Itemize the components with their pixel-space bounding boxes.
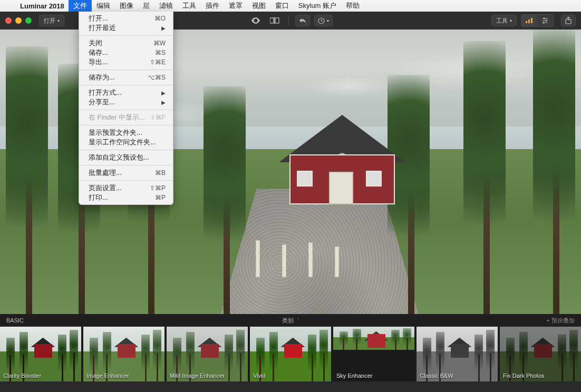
chevron-down-icon: ▾ <box>327 18 329 23</box>
file-menu-item[interactable]: 打印...⌘P <box>79 193 173 202</box>
preset-category-label: 类别 <box>282 317 294 325</box>
open-button[interactable]: 打开 ▾ <box>39 15 64 26</box>
close-window-button[interactable] <box>5 17 12 24</box>
preset-sky-enhancer[interactable]: Sky Enhancer <box>333 327 414 381</box>
preset-label: Clarity Booster <box>3 373 41 379</box>
minimize-window-button[interactable] <box>15 17 22 24</box>
menu-插件[interactable]: 插件 <box>201 0 224 12</box>
menu-遮罩[interactable]: 遮罩 <box>224 0 247 12</box>
menu-item-label: 打开... <box>89 14 154 23</box>
chevron-down-icon: ▾ <box>510 18 512 23</box>
file-menu-item[interactable]: 显示预置文件夹... <box>79 128 173 138</box>
preset-category-selector[interactable]: 类别 ˄ <box>282 317 299 325</box>
svg-point-12 <box>543 22 545 24</box>
preview-eye-button[interactable] <box>248 15 263 26</box>
app-name[interactable]: Luminar 2018 <box>16 2 69 10</box>
menu-item-label: 打印... <box>89 193 155 202</box>
preset-overlay-button[interactable]: + 预设叠加 <box>547 317 575 325</box>
svg-rect-1 <box>275 18 279 23</box>
menu-帮助[interactable]: 帮助 <box>341 0 364 12</box>
svg-rect-0 <box>270 18 274 23</box>
preset-clarity-booster[interactable]: Clarity Booster <box>0 327 81 381</box>
menu-item-shortcut: ⇧⌘E <box>150 58 166 66</box>
svg-point-8 <box>543 17 545 19</box>
menu-item-shortcut: ⇧⌘P <box>150 184 166 192</box>
file-menu-item[interactable]: 储存...⌘S <box>79 48 173 57</box>
menu-item-label: 储存... <box>89 48 155 57</box>
menu-item-label: 页面设置... <box>89 183 150 193</box>
preset-vivid[interactable]: Vivid <box>250 327 331 381</box>
preset-label: Image Enhancer <box>86 373 129 379</box>
history-button[interactable]: ▾ <box>314 15 333 26</box>
menu-编辑[interactable]: 编辑 <box>92 0 115 12</box>
svg-rect-6 <box>531 18 532 23</box>
file-menu-dropdown: 打开...⌘O打开最近▶关闭⌘W储存...⌘S导出...⇧⌘E储存为...⌥⌘S… <box>79 12 173 205</box>
preset-classic-b-w[interactable]: Classic B&W <box>417 327 498 381</box>
file-menu-item[interactable]: 打开...⌘O <box>79 14 173 23</box>
preset-mild-image-enhancer[interactable]: Mild Image Enhancer <box>167 327 248 381</box>
file-menu-item[interactable]: 批量處理...⌘B <box>79 168 173 178</box>
preset-fix-dark-photos[interactable]: Fix Dark Photos <box>500 327 581 381</box>
preset-label: Classic B&W <box>420 373 453 379</box>
preset-label: Vivid <box>253 373 266 379</box>
submenu-arrow-icon: ▶ <box>161 90 166 96</box>
menu-item-label: 导出... <box>89 57 150 67</box>
center-toolbar: ▾ <box>248 15 333 26</box>
file-menu-item[interactable]: 打开方式...▶ <box>79 88 173 97</box>
maximize-window-button[interactable] <box>25 17 32 24</box>
window-controls <box>5 17 32 24</box>
tools-dropdown[interactable]: 工具 ▾ <box>491 15 517 26</box>
file-menu-item[interactable]: 显示工作空间文件夹... <box>79 138 173 147</box>
file-menu-item: 在 Finder 中显示...⇧⌘F <box>79 113 173 122</box>
menu-item-shortcut: ⇧⌘F <box>150 114 166 121</box>
file-menu-item[interactable]: 页面设置...⇧⌘P <box>79 183 173 193</box>
share-button[interactable] <box>561 15 576 26</box>
menu-工具[interactable]: 工具 <box>178 0 201 12</box>
menu-item-label: 显示工作空间文件夹... <box>89 138 166 147</box>
menu-item-label: 储存为... <box>89 73 148 82</box>
menu-item-label: 添加自定义预设包... <box>89 153 166 162</box>
file-menu-item[interactable]: 关闭⌘W <box>79 38 173 48</box>
chevron-down-icon: ▾ <box>57 18 60 23</box>
file-menu-item[interactable]: 分享至...▶ <box>79 97 173 107</box>
menu-窗口[interactable]: 窗口 <box>270 0 294 12</box>
menu-图像[interactable]: 图像 <box>115 0 138 12</box>
menu-视图[interactable]: 视图 <box>247 0 270 12</box>
menu-item-label: 打开方式... <box>89 88 161 97</box>
submenu-arrow-icon: ▶ <box>161 25 166 31</box>
presets-mode-button[interactable] <box>521 15 537 26</box>
panel-mode-segment <box>521 14 554 27</box>
file-menu-item[interactable]: 导出...⇧⌘E <box>79 57 173 67</box>
undo-button[interactable] <box>295 15 310 26</box>
preset-group-label: BASIC <box>6 317 24 324</box>
compare-button[interactable] <box>267 15 282 26</box>
presets-strip: Clarity BoosterImage EnhancerMild Image … <box>0 327 581 381</box>
menu-滤镜[interactable]: 滤镜 <box>154 0 178 12</box>
menu-item-shortcut: ⌘B <box>155 169 166 177</box>
adjust-mode-button[interactable] <box>537 15 553 26</box>
file-menu-item[interactable]: 储存为...⌥⌘S <box>79 73 173 82</box>
menu-item-shortcut: ⌘W <box>153 40 166 47</box>
menu-item-label: 显示预置文件夹... <box>89 128 166 138</box>
preset-label: Mild Image Enhancer <box>170 373 225 379</box>
presets-header: BASIC 类别 ˄ + 预设叠加 <box>0 314 581 327</box>
menu-item-label: 在 Finder 中显示... <box>89 113 150 122</box>
svg-rect-5 <box>528 19 530 23</box>
menu-item-label: 打开最近 <box>89 23 161 33</box>
menu-item-shortcut: ⌘O <box>154 15 166 22</box>
submenu-arrow-icon: ▶ <box>161 100 166 105</box>
svg-point-10 <box>545 19 547 22</box>
preset-image-enhancer[interactable]: Image Enhancer <box>83 327 164 381</box>
file-menu-item[interactable]: 添加自定义预设包... <box>79 153 173 162</box>
menu-item-label: 批量處理... <box>89 168 155 178</box>
tools-label: 工具 <box>496 17 508 25</box>
menu-层[interactable]: 层 <box>138 0 154 12</box>
right-toolbar: 工具 ▾ <box>491 14 576 27</box>
open-button-label: 打开 <box>44 17 55 25</box>
preset-label: Fix Dark Photos <box>503 373 544 379</box>
menu-item-shortcut: ⌥⌘S <box>148 74 166 81</box>
file-menu-item[interactable]: 打开最近▶ <box>79 23 173 33</box>
menu-文件[interactable]: 文件 <box>69 0 92 12</box>
menu-Skylum 账户[interactable]: Skylum 账户 <box>294 0 341 12</box>
menu-item-shortcut: ⌘P <box>155 194 166 201</box>
